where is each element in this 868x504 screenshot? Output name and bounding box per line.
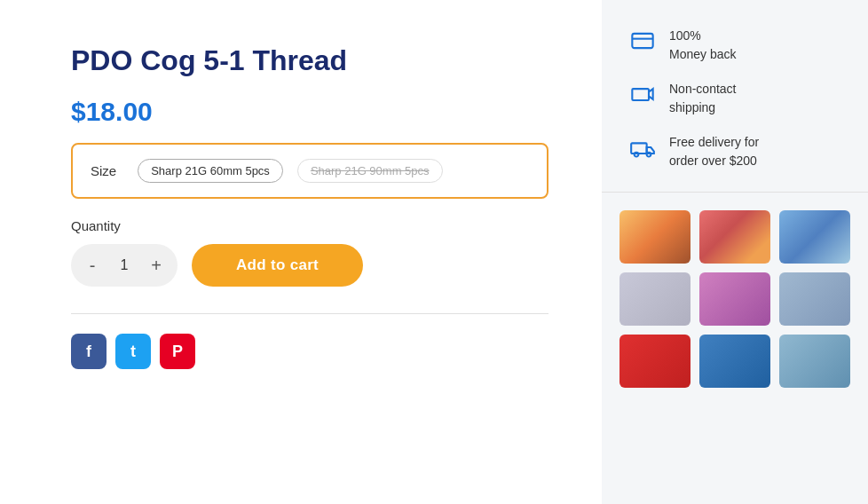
svg-point-3	[635, 153, 639, 157]
trust-money-back-text: 100% Money back	[669, 27, 736, 64]
trust-free-delivery-text: Free delivery for order over $200	[669, 133, 759, 170]
thumbnail-6[interactable]	[779, 272, 850, 326]
trust-non-contact: Non-contact shipping	[628, 80, 841, 117]
size-section: Size Sharp 21G 60mm 5pcs Sharp 21G 90mm …	[71, 143, 548, 199]
quantity-increase-button[interactable]: +	[140, 249, 172, 281]
thumbnail-3[interactable]	[779, 210, 850, 264]
thumbnail-2[interactable]	[699, 210, 770, 264]
facebook-button[interactable]: f	[71, 334, 107, 369]
divider	[71, 313, 548, 314]
non-contact-icon	[628, 80, 657, 108]
quantity-row: - 1 + Add to cart	[71, 244, 548, 287]
product-price: $18.00	[71, 97, 548, 127]
sidebar: 100% Money back Non-contact shipping	[602, 0, 868, 504]
social-icons: f t P	[71, 334, 548, 369]
product-title: PDO Cog 5-1 Thread	[71, 44, 548, 77]
main-content: PDO Cog 5-1 Thread $18.00 Size Sharp 21G…	[0, 0, 602, 504]
thumbnail-4[interactable]	[619, 272, 690, 326]
svg-rect-0	[632, 34, 652, 48]
money-back-icon	[628, 27, 657, 55]
quantity-value: 1	[108, 257, 140, 273]
thumbnail-7[interactable]	[619, 335, 690, 388]
svg-rect-1	[632, 89, 649, 100]
size-label: Size	[91, 163, 116, 178]
trust-free-delivery: Free delivery for order over $200	[628, 133, 841, 170]
pinterest-button[interactable]: P	[160, 334, 195, 369]
size-option-2[interactable]: Sharp 21G 90mm 5pcs	[297, 159, 443, 183]
thumbnail-1[interactable]	[619, 210, 690, 264]
svg-rect-2	[631, 143, 647, 154]
add-to-cart-button[interactable]: Add to cart	[192, 244, 363, 287]
product-thumbnails	[602, 193, 868, 406]
free-delivery-icon	[628, 133, 657, 161]
trust-money-back: 100% Money back	[628, 27, 841, 64]
quantity-decrease-button[interactable]: -	[76, 249, 108, 281]
twitter-button[interactable]: t	[115, 334, 151, 369]
thumbnail-5[interactable]	[699, 272, 770, 326]
svg-point-4	[647, 153, 651, 157]
quantity-label: Quantity	[71, 218, 548, 233]
thumbnail-8[interactable]	[699, 335, 770, 388]
quantity-control: - 1 +	[71, 244, 178, 287]
size-option-1[interactable]: Sharp 21G 60mm 5pcs	[138, 159, 283, 183]
thumbnail-9[interactable]	[779, 335, 850, 388]
trust-non-contact-text: Non-contact shipping	[669, 80, 736, 117]
trust-badges: 100% Money back Non-contact shipping	[602, 0, 868, 193]
